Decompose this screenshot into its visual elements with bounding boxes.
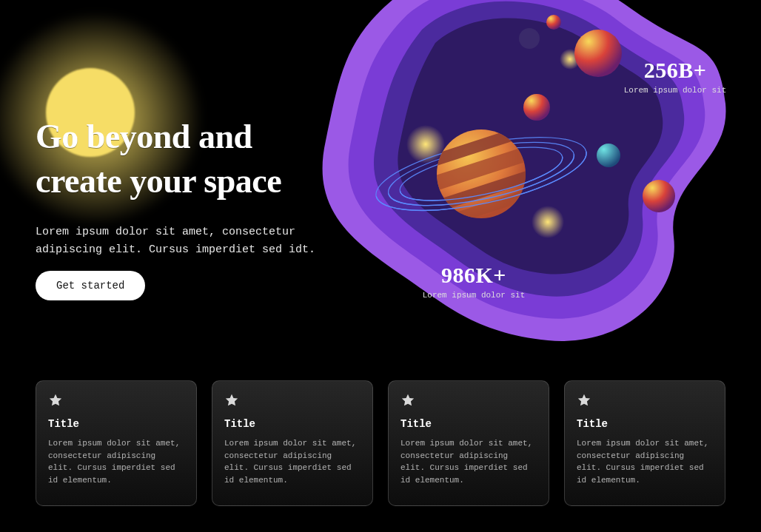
svg-point-12 xyxy=(396,136,567,211)
feature-card: Title Lorem ipsum dolor sit amet, consec… xyxy=(564,380,725,506)
stat-a-value: 256B+ xyxy=(609,58,742,83)
stat-b-value: 986K+ xyxy=(392,263,555,288)
hero-title-line1: Go beyond and xyxy=(36,118,252,155)
feature-card: Title Lorem ipsum dolor sit amet, consec… xyxy=(36,380,197,506)
stat-a: 256B+ Lorem ipsum dolor sit xyxy=(609,58,742,95)
card-title: Title xyxy=(48,418,184,430)
feature-card: Title Lorem ipsum dolor sit amet, consec… xyxy=(388,380,549,506)
svg-point-2 xyxy=(532,206,564,238)
hero-subtitle: Lorem ipsum dolor sit amet, consectetur … xyxy=(36,223,346,259)
svg-point-9 xyxy=(519,28,540,49)
svg-point-7 xyxy=(597,144,620,167)
stat-b-label: Lorem ipsum dolor sit xyxy=(392,291,555,300)
hero-title: Go beyond and create your space xyxy=(36,115,281,203)
card-title: Title xyxy=(224,418,361,430)
star-icon xyxy=(48,393,63,408)
star-icon xyxy=(224,393,239,408)
main-planet xyxy=(437,129,526,218)
svg-point-11 xyxy=(383,129,580,218)
feature-cards: Title Lorem ipsum dolor sit amet, consec… xyxy=(36,380,725,506)
svg-rect-13 xyxy=(400,119,545,176)
star-icon xyxy=(400,393,415,408)
card-title: Title xyxy=(577,418,713,430)
get-started-button[interactable]: Get started xyxy=(36,271,145,300)
svg-point-5 xyxy=(546,15,561,30)
svg-point-8 xyxy=(643,180,675,212)
svg-point-3 xyxy=(560,49,580,70)
blob-inner xyxy=(374,1,684,297)
card-desc: Lorem ipsum dolor sit amet, consectetur … xyxy=(400,437,537,486)
blob-deep xyxy=(398,18,663,275)
feature-card: Title Lorem ipsum dolor sit amet, consec… xyxy=(212,380,373,506)
svg-point-10 xyxy=(370,123,592,226)
svg-rect-15 xyxy=(415,161,559,218)
svg-point-1 xyxy=(406,125,445,164)
star-icon xyxy=(577,393,591,408)
card-desc: Lorem ipsum dolor sit amet, consectetur … xyxy=(224,437,361,486)
stat-b: 986K+ Lorem ipsum dolor sit xyxy=(392,263,555,300)
hero-title-line2: create your space xyxy=(36,162,281,200)
card-desc: Lorem ipsum dolor sit amet, consectetur … xyxy=(577,437,713,486)
planet-stripes xyxy=(400,119,563,234)
svg-point-4 xyxy=(523,94,550,121)
card-title: Title xyxy=(400,418,537,430)
stat-a-label: Lorem ipsum dolor sit xyxy=(609,86,742,95)
space-illustration xyxy=(304,0,733,355)
svg-rect-14 xyxy=(407,139,552,199)
svg-rect-16 xyxy=(420,178,564,234)
card-desc: Lorem ipsum dolor sit amet, consectetur … xyxy=(48,437,184,486)
